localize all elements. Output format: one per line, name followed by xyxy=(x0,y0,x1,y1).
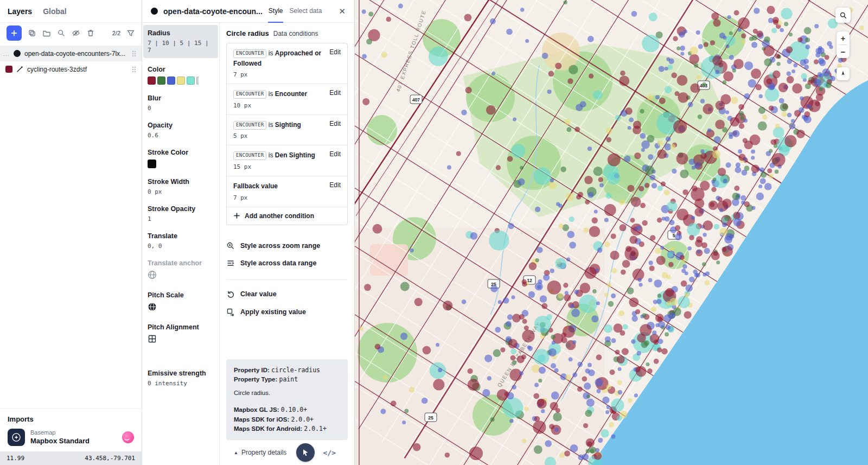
property-translate-anchor[interactable]: Translate anchor xyxy=(148,259,214,282)
layer-counter: 2/2 xyxy=(112,30,120,36)
editor-heading: Circle radius xyxy=(226,29,269,37)
add-condition-label: Add another condition xyxy=(245,212,314,220)
property-value: 0 intensity xyxy=(148,380,214,387)
sdk-version: 2.0.1+ xyxy=(304,425,327,432)
hide-layer-icon[interactable] xyxy=(72,29,80,37)
clear-value-label: Clear value xyxy=(240,290,277,298)
field-badge: ENCOUNTER xyxy=(233,90,266,99)
tab-style[interactable]: Style xyxy=(268,0,284,23)
color-swatch[interactable] xyxy=(167,77,175,85)
compass-reset-button[interactable] xyxy=(837,67,850,80)
drag-handle-icon[interactable]: ... xyxy=(3,50,10,57)
delete-layer-icon[interactable] xyxy=(86,29,95,37)
line-layer-swatch xyxy=(5,66,12,73)
edit-condition-link[interactable]: Edit xyxy=(329,181,341,189)
edit-condition-link[interactable]: Edit xyxy=(329,150,341,158)
mapbox-logo-icon xyxy=(8,429,25,446)
property-label: Radius xyxy=(148,29,214,37)
property-list: Radius 7 | 10 | 5 | 15 | 7 Color Blur 0 … xyxy=(142,23,220,465)
layer-row-cycling-routes[interactable]: cycling-routes-3zdstf xyxy=(0,61,142,77)
locate-layer-icon[interactable] xyxy=(57,29,66,37)
editor-subheading: Data conditions xyxy=(273,30,318,37)
property-opacity[interactable]: Opacity 0.6 xyxy=(148,122,214,139)
condition-row: Fallback valueEdit7 px xyxy=(227,176,347,207)
property-color[interactable]: Color xyxy=(148,66,214,85)
zoom-out-button[interactable]: − xyxy=(837,45,850,58)
layer-row-coyote-encounters[interactable]: ... open-data-coyote-encounters-7lx... xyxy=(0,46,142,61)
property-pitch-alignment[interactable]: Pitch Alignment xyxy=(148,323,214,346)
grip-icon[interactable] xyxy=(131,66,137,73)
basemap-toggle[interactable] xyxy=(122,431,134,443)
edit-condition-link[interactable]: Edit xyxy=(329,48,341,56)
style-across-zoom-button[interactable]: Style across zoom range xyxy=(226,237,348,254)
map-canvas[interactable]: 407 EXPRESS TOLL ROUTEQUEEN ELIZABETH WA… xyxy=(355,0,868,465)
panel-title: open-data-coyote-encoun... xyxy=(163,7,263,16)
property-stroke-opacity[interactable]: Stroke Opacity 1 xyxy=(148,205,214,222)
map-search-button[interactable] xyxy=(835,8,851,23)
basemap-label: Basemap xyxy=(30,429,90,437)
property-stroke-color[interactable]: Stroke Color xyxy=(148,149,214,168)
zoom-level: 11.99 xyxy=(7,455,24,462)
grip-icon[interactable] xyxy=(131,50,137,58)
color-swatch[interactable] xyxy=(187,77,195,85)
property-id-label: Property ID: xyxy=(234,367,270,373)
style-across-zoom-label: Style across zoom range xyxy=(240,242,320,250)
property-label: Translate xyxy=(148,232,214,240)
add-layer-button[interactable] xyxy=(7,26,22,41)
stroke-color-swatch[interactable] xyxy=(148,160,156,168)
filter-layers-icon[interactable] xyxy=(126,29,135,37)
property-blur[interactable]: Blur 0 xyxy=(148,94,214,112)
property-pitch-scale[interactable]: Pitch Scale xyxy=(148,291,214,314)
property-stroke-width[interactable]: Stroke Width 0 px xyxy=(148,178,214,195)
property-emissive-strength[interactable]: Emissive strength 0 intensity xyxy=(148,370,214,387)
property-description: Circle radius. xyxy=(234,388,340,398)
tab-select-data[interactable]: Select data xyxy=(289,0,322,23)
duplicate-layer-icon[interactable] xyxy=(28,29,36,37)
property-label: Blur xyxy=(148,94,214,102)
property-details-box: Property ID: circle-radius Property Type… xyxy=(226,359,348,441)
field-badge: ENCOUNTER xyxy=(233,49,266,58)
field-badge: ENCOUNTER xyxy=(233,121,266,130)
tab-layers[interactable]: Layers xyxy=(8,7,32,16)
circle-layer-type-icon xyxy=(151,8,158,15)
property-label: Translate anchor xyxy=(148,259,214,267)
property-label: Pitch Alignment xyxy=(148,323,214,331)
svg-text:407: 407 xyxy=(412,97,420,103)
group-folder-icon[interactable] xyxy=(42,29,51,37)
layer-name: open-data-coyote-encounters-7lx... xyxy=(24,50,127,58)
add-condition-button[interactable]: Add another condition xyxy=(227,207,347,225)
color-swatch[interactable] xyxy=(177,77,185,85)
map-zoom-control: + − xyxy=(837,31,850,58)
condition-text: Fallback value xyxy=(233,181,341,192)
condition-list: ENCOUNTER is Approached or FollowedEdit7… xyxy=(226,43,348,225)
tab-global[interactable]: Global xyxy=(43,7,67,16)
edit-condition-link[interactable]: Edit xyxy=(329,89,341,97)
panel-header: open-data-coyote-encoun... Style Select … xyxy=(142,0,354,23)
property-details-toggle[interactable]: ▲ Property details xyxy=(234,449,286,456)
property-radius[interactable]: Radius 7 | 10 | 5 | 15 | 7 xyxy=(143,25,218,58)
zoom-in-button[interactable]: + xyxy=(837,31,850,44)
color-swatch[interactable] xyxy=(157,77,165,85)
basemap-import-row[interactable]: Basemap Mapbox Standard xyxy=(8,429,134,446)
code-view-button[interactable]: </> xyxy=(323,449,340,457)
sdk-version: 0.10.0+ xyxy=(281,406,307,413)
close-icon[interactable]: ✕ xyxy=(339,7,346,15)
property-label: Emissive strength xyxy=(148,370,214,377)
sdk-label: Maps SDK for iOS: xyxy=(234,416,289,423)
property-label: Stroke Opacity xyxy=(148,205,214,213)
clear-value-button[interactable]: Clear value xyxy=(226,285,348,303)
edit-condition-link[interactable]: Edit xyxy=(329,120,341,128)
coordinates: 43.458,-79.701 xyxy=(85,455,135,462)
color-swatch[interactable] xyxy=(196,77,199,85)
select-mode-button[interactable] xyxy=(296,443,315,462)
condition-text: ENCOUNTER is Den Sighting xyxy=(233,150,341,161)
layer-name: cycling-routes-3zdstf xyxy=(27,66,127,73)
value-editor: Circle radius Data conditions ENCOUNTER … xyxy=(220,23,354,465)
circle-layer-swatch xyxy=(14,50,21,57)
color-swatch[interactable] xyxy=(148,77,156,85)
divider xyxy=(226,279,348,280)
style-across-data-button[interactable]: Style across data range xyxy=(226,254,348,272)
condition-text: ENCOUNTER is Sighting xyxy=(233,120,341,130)
apply-existing-value-button[interactable]: Apply existing value xyxy=(226,303,348,321)
property-translate[interactable]: Translate 0, 0 xyxy=(148,232,214,250)
